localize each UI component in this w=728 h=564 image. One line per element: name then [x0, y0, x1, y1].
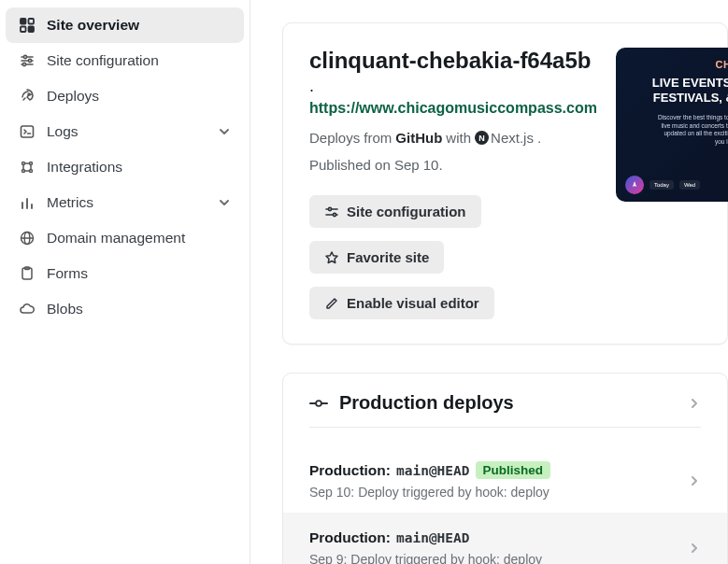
dashboard-icon	[19, 17, 36, 34]
deploy-subtitle: Sep 9: Deploy triggered by hook: deploy	[309, 552, 688, 564]
chevron-right-icon	[688, 542, 701, 555]
git-ref: main@HEAD	[396, 463, 470, 478]
deploy-source-info: Deploys from GitHub with N Next.js .	[309, 130, 597, 146]
production-deploys-card: Production deploys Production: main@HEAD…	[282, 373, 728, 564]
sidebar-item-blobs[interactable]: Blobs	[6, 291, 244, 327]
clipboard-icon	[19, 265, 36, 282]
globe-icon	[19, 230, 36, 247]
enable-visual-editor-button[interactable]: Enable visual editor	[309, 287, 494, 319]
sidebar-item-site-overview[interactable]: Site overview	[6, 7, 244, 43]
svg-point-7	[28, 59, 31, 62]
deploy-title: Production: main@HEAD	[309, 529, 688, 546]
deploy-source: GitHub	[395, 130, 442, 146]
preview-brand: CHI	[629, 59, 728, 70]
separator-dot: .	[309, 78, 597, 94]
svg-rect-1	[29, 19, 35, 24]
sliders-icon	[19, 52, 36, 69]
action-buttons: Site configuration Favorite site	[309, 195, 597, 319]
sidebar-item-metrics[interactable]: Metrics	[6, 185, 244, 220]
chevron-down-icon	[218, 125, 231, 138]
svg-rect-0	[21, 19, 26, 24]
sidebar-item-label: Logs	[47, 123, 218, 140]
commit-icon	[309, 396, 328, 411]
svg-point-25	[328, 207, 331, 210]
chevron-right-icon	[688, 474, 701, 487]
deploy-row-content: Production: main@HEAD Published Sep 10: …	[309, 461, 688, 500]
site-name: clinquant-chebakia-f64a5b	[309, 48, 597, 74]
star-icon	[324, 250, 339, 265]
sidebar-item-label: Metrics	[47, 194, 218, 211]
deploy-row-content: Production: main@HEAD Sep 9: Deploy trig…	[309, 529, 688, 564]
sliders-icon	[324, 204, 339, 219]
sidebar-item-forms[interactable]: Forms	[6, 256, 244, 291]
preview-footer: Today Wed	[625, 176, 728, 194]
sidebar-item-domain-management[interactable]: Domain management	[6, 220, 244, 256]
published-badge: Published	[476, 461, 551, 479]
svg-point-27	[333, 213, 335, 216]
sidebar-item-label: Domain management	[47, 230, 231, 247]
site-configuration-button[interactable]: Site configuration	[309, 195, 481, 228]
rocket-icon	[19, 88, 36, 105]
terminal-icon	[19, 123, 36, 140]
svg-rect-3	[29, 27, 35, 33]
site-preview-thumbnail[interactable]: CHI LIVE EVENTS, FESTIVALS, & Discover t…	[616, 48, 728, 202]
svg-point-5	[23, 55, 26, 58]
sidebar-item-label: Integrations	[47, 159, 231, 176]
cloud-icon	[19, 301, 36, 317]
production-deploys-header[interactable]: Production deploys	[283, 374, 727, 427]
compass-icon	[625, 176, 644, 194]
published-date: Published on Sep 10.	[309, 157, 597, 173]
deploy-subtitle: Sep 10: Deploy triggered by hook: deploy	[309, 485, 688, 500]
sidebar-item-label: Deploys	[47, 88, 231, 105]
svg-point-9	[22, 63, 25, 65]
framework-badge: N Next.js	[475, 130, 534, 146]
chevron-down-icon	[218, 196, 231, 209]
svg-point-28	[316, 401, 321, 406]
chevron-right-icon	[688, 397, 701, 410]
deploy-row[interactable]: Production: main@HEAD Published Sep 10: …	[283, 444, 727, 513]
site-url-link[interactable]: https://www.chicagomusiccompass.com	[309, 100, 597, 117]
sidebar-item-deploys[interactable]: Deploys	[6, 78, 244, 114]
sidebar-item-label: Site configuration	[47, 52, 231, 69]
sidebar-item-site-configuration[interactable]: Site configuration	[6, 43, 244, 78]
site-overview-card: clinquant-chebakia-f64a5b . https://www.…	[282, 22, 728, 345]
main-content: clinquant-chebakia-f64a5b . https://www.…	[250, 0, 728, 564]
deploy-row[interactable]: Production: main@HEAD Sep 9: Deploy trig…	[283, 513, 727, 564]
svg-rect-2	[21, 27, 26, 33]
favorite-site-button[interactable]: Favorite site	[309, 241, 444, 274]
deploy-title: Production: main@HEAD Published	[309, 461, 688, 479]
bar-chart-icon	[19, 194, 36, 211]
section-title: Production deploys	[339, 392, 688, 414]
preview-headline: LIVE EVENTS, FESTIVALS, &	[629, 76, 728, 105]
svg-rect-11	[21, 126, 34, 137]
sidebar-item-label: Site overview	[47, 17, 231, 34]
puzzle-icon	[19, 159, 36, 176]
git-ref: main@HEAD	[396, 530, 470, 545]
sidebar-item-label: Blobs	[47, 301, 231, 317]
sidebar: Site overview Site configuration Deploys	[0, 0, 250, 564]
sidebar-item-logs[interactable]: Logs	[6, 114, 244, 149]
preview-subtitle: Discover the best things to d live music…	[629, 114, 728, 146]
pencil-icon	[324, 296, 339, 311]
overview-info: clinquant-chebakia-f64a5b . https://www.…	[309, 48, 597, 319]
sidebar-item-integrations[interactable]: Integrations	[6, 149, 244, 185]
sidebar-item-label: Forms	[47, 265, 231, 282]
nextjs-icon: N	[475, 131, 489, 145]
